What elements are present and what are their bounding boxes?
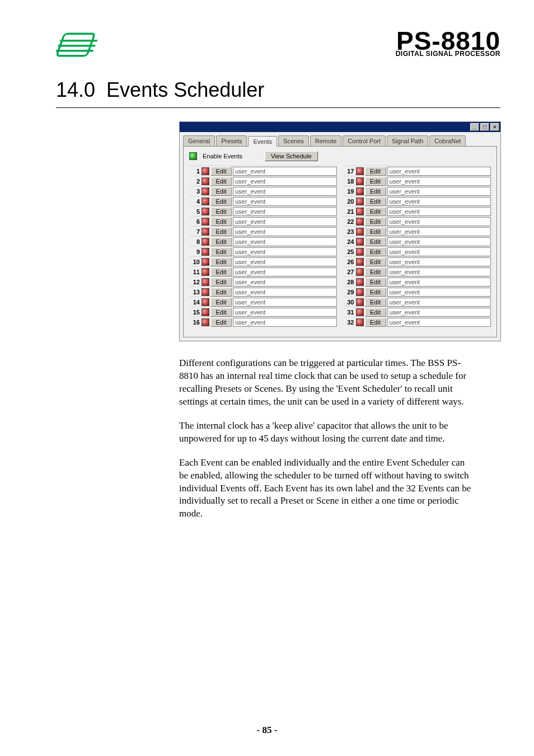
event-edit-button[interactable]: Edit bbox=[210, 308, 232, 317]
event-edit-button[interactable]: Edit bbox=[210, 177, 232, 186]
event-status-led[interactable] bbox=[202, 298, 209, 306]
tab-signal-path[interactable]: Signal Path bbox=[387, 135, 428, 146]
event-status-led[interactable] bbox=[356, 258, 364, 266]
event-status-led[interactable] bbox=[202, 288, 209, 296]
window-close-button[interactable]: × bbox=[490, 123, 499, 131]
event-status-led[interactable] bbox=[202, 177, 209, 185]
event-label-field[interactable]: user_event bbox=[233, 167, 337, 176]
event-edit-button[interactable]: Edit bbox=[210, 207, 232, 216]
event-edit-button[interactable]: Edit bbox=[210, 167, 232, 176]
event-status-led[interactable] bbox=[202, 167, 209, 175]
event-status-led[interactable] bbox=[356, 228, 364, 236]
event-status-led[interactable] bbox=[356, 278, 364, 286]
event-label-field[interactable]: user_event bbox=[233, 298, 337, 307]
event-edit-button[interactable]: Edit bbox=[365, 308, 386, 317]
event-edit-button[interactable]: Edit bbox=[365, 167, 386, 176]
event-edit-button[interactable]: Edit bbox=[210, 288, 232, 297]
event-label-field[interactable]: user_event bbox=[387, 217, 491, 226]
event-status-led[interactable] bbox=[356, 167, 364, 175]
event-edit-button[interactable]: Edit bbox=[210, 217, 232, 226]
event-edit-button[interactable]: Edit bbox=[365, 217, 386, 226]
event-edit-button[interactable]: Edit bbox=[210, 318, 232, 327]
event-status-led[interactable] bbox=[356, 318, 364, 326]
event-label-field[interactable]: user_event bbox=[387, 227, 491, 236]
event-label-field[interactable]: user_event bbox=[233, 267, 337, 276]
event-edit-button[interactable]: Edit bbox=[210, 267, 232, 276]
event-edit-button[interactable]: Edit bbox=[365, 267, 386, 276]
event-label-field[interactable]: user_event bbox=[233, 227, 337, 236]
event-status-led[interactable] bbox=[202, 208, 209, 215]
event-edit-button[interactable]: Edit bbox=[210, 247, 232, 256]
event-edit-button[interactable]: Edit bbox=[365, 298, 386, 307]
event-status-led[interactable] bbox=[356, 218, 364, 226]
event-edit-button[interactable]: Edit bbox=[365, 288, 386, 297]
event-label-field[interactable]: user_event bbox=[387, 187, 491, 196]
event-status-led[interactable] bbox=[356, 187, 364, 195]
event-edit-button[interactable]: Edit bbox=[365, 278, 386, 287]
event-label-field[interactable]: user_event bbox=[233, 177, 337, 186]
event-status-led[interactable] bbox=[202, 187, 209, 195]
event-label-field[interactable]: user_event bbox=[387, 318, 491, 327]
event-edit-button[interactable]: Edit bbox=[365, 237, 386, 246]
event-status-led[interactable] bbox=[202, 278, 209, 286]
event-label-field[interactable]: user_event bbox=[387, 308, 491, 317]
event-label-field[interactable]: user_event bbox=[233, 247, 337, 256]
tab-remote[interactable]: Remote bbox=[310, 135, 342, 146]
event-label-field[interactable]: user_event bbox=[387, 298, 491, 307]
event-label-field[interactable]: user_event bbox=[387, 247, 491, 256]
event-label-field[interactable]: user_event bbox=[387, 237, 491, 246]
event-label-field[interactable]: user_event bbox=[387, 177, 491, 186]
event-status-led[interactable] bbox=[202, 248, 209, 256]
event-label-field[interactable]: user_event bbox=[387, 207, 491, 216]
event-label-field[interactable]: user_event bbox=[233, 207, 337, 216]
event-edit-button[interactable]: Edit bbox=[365, 177, 386, 186]
event-label-field[interactable]: user_event bbox=[387, 288, 491, 297]
event-edit-button[interactable]: Edit bbox=[210, 237, 232, 246]
event-edit-button[interactable]: Edit bbox=[365, 227, 386, 236]
event-status-led[interactable] bbox=[202, 308, 209, 316]
event-status-led[interactable] bbox=[202, 318, 209, 326]
event-status-led[interactable] bbox=[202, 198, 209, 205]
event-label-field[interactable]: user_event bbox=[233, 278, 337, 287]
event-edit-button[interactable]: Edit bbox=[365, 197, 386, 206]
event-label-field[interactable]: user_event bbox=[387, 278, 491, 287]
event-label-field[interactable]: user_event bbox=[233, 308, 337, 317]
event-status-led[interactable] bbox=[356, 177, 364, 185]
event-edit-button[interactable]: Edit bbox=[210, 257, 232, 266]
event-label-field[interactable]: user_event bbox=[387, 197, 491, 206]
event-status-led[interactable] bbox=[356, 288, 364, 296]
tab-events[interactable]: Events bbox=[248, 136, 277, 147]
event-status-led[interactable] bbox=[356, 198, 364, 205]
event-edit-button[interactable]: Edit bbox=[210, 278, 232, 287]
event-label-field[interactable]: user_event bbox=[233, 318, 337, 327]
event-label-field[interactable]: user_event bbox=[233, 288, 337, 297]
window-maximize-button[interactable]: □ bbox=[480, 123, 489, 131]
event-status-led[interactable] bbox=[356, 248, 364, 256]
event-edit-button[interactable]: Edit bbox=[365, 257, 386, 266]
event-status-led[interactable] bbox=[356, 298, 364, 306]
event-edit-button[interactable]: Edit bbox=[365, 247, 386, 256]
event-edit-button[interactable]: Edit bbox=[210, 187, 232, 196]
event-label-field[interactable]: user_event bbox=[233, 197, 337, 206]
tab-control-port[interactable]: Control Port bbox=[343, 135, 386, 146]
tab-general[interactable]: General bbox=[183, 135, 215, 146]
event-label-field[interactable]: user_event bbox=[387, 167, 491, 176]
event-status-led[interactable] bbox=[356, 308, 364, 316]
event-label-field[interactable]: user_event bbox=[233, 257, 337, 266]
event-label-field[interactable]: user_event bbox=[233, 187, 337, 196]
event-edit-button[interactable]: Edit bbox=[365, 187, 386, 196]
window-minimize-button[interactable]: _ bbox=[470, 123, 479, 131]
event-label-field[interactable]: user_event bbox=[387, 267, 491, 276]
event-status-led[interactable] bbox=[356, 238, 364, 246]
view-schedule-button[interactable]: View Schedule bbox=[265, 151, 318, 161]
event-edit-button[interactable]: Edit bbox=[210, 298, 232, 307]
tab-cobranet[interactable]: CobraNet bbox=[429, 135, 466, 146]
event-edit-button[interactable]: Edit bbox=[210, 197, 232, 206]
event-status-led[interactable] bbox=[202, 228, 209, 236]
event-label-field[interactable]: user_event bbox=[233, 237, 337, 246]
tab-presets[interactable]: Presets bbox=[216, 135, 247, 146]
event-status-led[interactable] bbox=[202, 238, 209, 246]
event-status-led[interactable] bbox=[202, 218, 209, 226]
event-label-field[interactable]: user_event bbox=[387, 257, 491, 266]
event-edit-button[interactable]: Edit bbox=[365, 207, 386, 216]
